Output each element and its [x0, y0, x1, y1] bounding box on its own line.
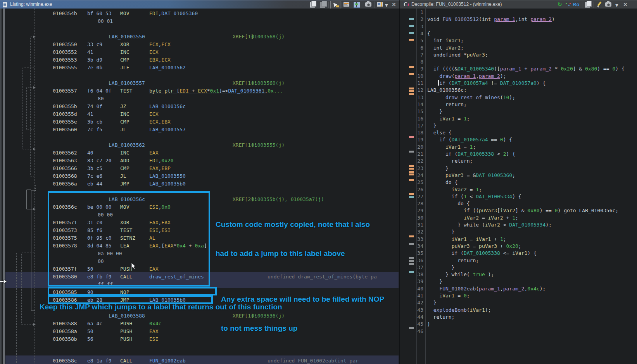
- line-number: 31: [400, 221, 423, 228]
- edit-fields-icon[interactable]: [344, 2, 349, 7]
- decompile-code-line[interactable]: int iVar1;: [427, 37, 464, 44]
- listing-row[interactable]: 010035663b c5CMPEAX,EBP: [0, 165, 399, 172]
- line-number: 37: [400, 264, 423, 271]
- decompile-code-line[interactable]: return;: [427, 158, 473, 165]
- decompile-code-line[interactable]: } while (iVar2 < DAT_01005334);: [427, 221, 552, 228]
- snapshot-camera-icon[interactable]: [365, 2, 371, 7]
- line-number: 5: [400, 37, 423, 44]
- decompile-code-line[interactable]: puVar3 = puVar3 + 0x20;: [427, 243, 521, 250]
- listing-row[interactable]: 01003557f6 04 0fTESTbyte ptr [EDI + ECX*…: [0, 87, 399, 95]
- cursor-location-toggle-button[interactable]: [330, 1, 340, 9]
- decompile-code-line[interactable]: LAB_0100356c:: [427, 87, 467, 94]
- toolbar-separator: [342, 2, 342, 8]
- decompile-code-line[interactable]: if (DAT_010057a4 == 0) {: [427, 136, 512, 143]
- listing-panel-title: Listing: winmine.exe: [10, 2, 52, 7]
- listing-row[interactable]: 010035687c e6JLLAB_01003550: [0, 172, 399, 180]
- decompile-code-line[interactable]: do {: [427, 179, 457, 186]
- listing-row[interactable]: 80: [0, 95, 399, 103]
- listing-row[interactable]: 0100356383 c7 20ADDEDI,0x20: [0, 157, 399, 165]
- decompile-code-line[interactable]: {: [427, 30, 430, 37]
- listing-label-row[interactable]: LAB_01003550XREF[1]:01003568(j): [0, 33, 399, 41]
- decompile-code-line[interactable]: }: [427, 264, 454, 271]
- decompile-code-line[interactable]: return;: [427, 257, 479, 264]
- decompile-code-line[interactable]: iVar1 = 1;: [427, 144, 476, 151]
- listing-row[interactable]: 0100355e3b cbCMPECX,EBX: [0, 118, 399, 126]
- chevron-down-icon[interactable]: ▼: [385, 3, 388, 7]
- decompile-code-line[interactable]: void FUN_01003512(int param_1,int param_…: [427, 16, 555, 23]
- listing-row[interactable]: 0100355033 c9XORECX,ECX: [0, 41, 399, 48]
- decompile-code-line[interactable]: if (1 < DAT_01005334) {: [427, 193, 521, 200]
- decompile-code-line[interactable]: do {: [427, 200, 470, 207]
- decompile-body[interactable]: 12void FUN_01003512(int param_1,int para…: [399, 9, 637, 364]
- line-number: 28: [400, 200, 423, 207]
- listing-row[interactable]: 010035557e 0bJLELAB_01003562: [0, 64, 399, 72]
- listing-row[interactable]: 010035607c f5JLLAB_01003557: [0, 126, 399, 134]
- decompile-code-line[interactable]: }: [427, 278, 442, 285]
- listing-row[interactable]: 00 01: [0, 17, 399, 25]
- listing-row[interactable]: 0100355b74 0fJZLAB_0100356c: [0, 103, 399, 110]
- line-number: 4: [400, 30, 423, 37]
- decompile-code-line[interactable]: }: [427, 165, 449, 172]
- copy-icon[interactable]: [585, 2, 590, 8]
- decompile-code-line[interactable]: iVar2 = iVar2 + 1;: [427, 215, 518, 221]
- decompile-code-line[interactable]: if (DAT_01005338 < 2) {: [427, 151, 515, 158]
- decompile-code-line[interactable]: }: [427, 108, 442, 115]
- line-number: 29: [400, 207, 423, 214]
- decompile-code-line[interactable]: FUN_01002eab(param_1,param_2,0x4c);: [427, 285, 546, 292]
- close-icon[interactable]: ×: [623, 1, 628, 7]
- decompile-code-line[interactable]: int iVar2;: [427, 45, 464, 52]
- close-icon[interactable]: ×: [392, 1, 396, 7]
- diff-view-icon[interactable]: [354, 2, 360, 8]
- listing-row[interactable]: 0100356aeb 44JMPLAB_010035b0: [0, 180, 399, 188]
- decompile-panel-header[interactable]: Cf Decompile: FUN_01003512 - (winmine.ex…: [399, 0, 637, 9]
- decompile-code-line[interactable]: if ((((&DAT_01005340)[param_1 + param_2 …: [427, 65, 625, 72]
- copy-icon[interactable]: [310, 2, 315, 8]
- line-number: 16: [400, 115, 423, 122]
- listing-row[interactable]: 0100358ce8 1a f9CALLFUN_01002eabundefine…: [0, 357, 399, 364]
- listing-label-row[interactable]: LAB_01003562XREF[1]:01003555(j): [0, 141, 399, 149]
- listing-row[interactable]: 0100355241INCECX: [0, 48, 399, 56]
- graph-icon[interactable]: [566, 3, 571, 7]
- listing-view-icon[interactable]: [377, 2, 383, 7]
- rename-tool-icon[interactable]: Ro: [573, 2, 579, 7]
- listing-row[interactable]: 0100355d41INCECX: [0, 110, 399, 118]
- refresh-icon[interactable]: ↻: [558, 1, 562, 7]
- listing-body[interactable]: 0100354bbf 60 53MOVEDI,DAT_0100536000 01…: [0, 9, 400, 364]
- line-number: 8: [400, 58, 423, 65]
- listing-row[interactable]: 0100354bbf 60 53MOVEDI,DAT_01005360: [0, 10, 399, 17]
- decompile-code-line[interactable]: iVar1 = 0;: [427, 292, 470, 299]
- decompile-code-line[interactable]: if ((puVar3[iVar2] & 0x80) == 0) goto LA…: [427, 207, 618, 214]
- decompile-code-line[interactable]: undefined *puVar3;: [427, 52, 488, 58]
- line-number: 34: [400, 243, 423, 250]
- listing-label-row[interactable]: LAB_01003557XREF[1]:01003560(j): [0, 79, 399, 87]
- line-number: 17: [400, 122, 423, 129]
- decompile-code-line[interactable]: iVar1 = iVar1 + 1;: [427, 236, 506, 243]
- line-number: 2: [400, 16, 423, 23]
- decompile-code-line[interactable]: puVar3 = &DAT_01005360;: [427, 172, 515, 179]
- decompile-code-line[interactable]: explodeBomb(iVar1);: [427, 307, 491, 314]
- decompile-code-line[interactable]: draw(param_1,param_2);: [427, 73, 506, 80]
- decompile-code-line[interactable]: iVar1 = 1;: [427, 115, 470, 122]
- decompile-code-line[interactable]: return;: [427, 101, 467, 108]
- line-number: 21: [400, 151, 423, 158]
- decompile-code-line[interactable]: if (DAT_01005338 <= iVar1) {: [427, 250, 537, 257]
- snapshot-camera-icon[interactable]: [605, 2, 611, 7]
- decompile-code-line[interactable]: draw_rest_of_mines(10);: [427, 94, 515, 101]
- edit-icon[interactable]: [597, 2, 602, 7]
- decompile-code-line[interactable]: if (DAT_010057a4 != DAT_010057a0) {: [427, 80, 546, 87]
- decompile-code-line[interactable]: }: [427, 122, 436, 129]
- decompile-code-line[interactable]: else {: [427, 129, 452, 136]
- decompile-code-line[interactable]: }: [427, 228, 454, 235]
- decompile-code-line[interactable]: } while( true );: [427, 271, 494, 278]
- decompile-code-line[interactable]: }: [427, 321, 430, 328]
- line-number: 23: [400, 165, 423, 172]
- decompile-code-line[interactable]: }: [427, 299, 436, 306]
- listing-row[interactable]: 010035533b d9CMPEBX,ECX: [0, 56, 399, 64]
- paste-icon[interactable]: [320, 2, 325, 8]
- annotation-nop-fill: Any extra space will need to be filled w…: [221, 275, 384, 352]
- chevron-down-icon[interactable]: ▼: [615, 3, 618, 7]
- decompile-code-line[interactable]: return;: [427, 314, 454, 321]
- listing-panel-header[interactable]: Listing: winmine.exe ▼ ×: [0, 0, 399, 9]
- listing-row[interactable]: 0100356240INCEAX: [0, 149, 399, 157]
- decompile-code-line[interactable]: iVar2 = 1;: [427, 186, 482, 193]
